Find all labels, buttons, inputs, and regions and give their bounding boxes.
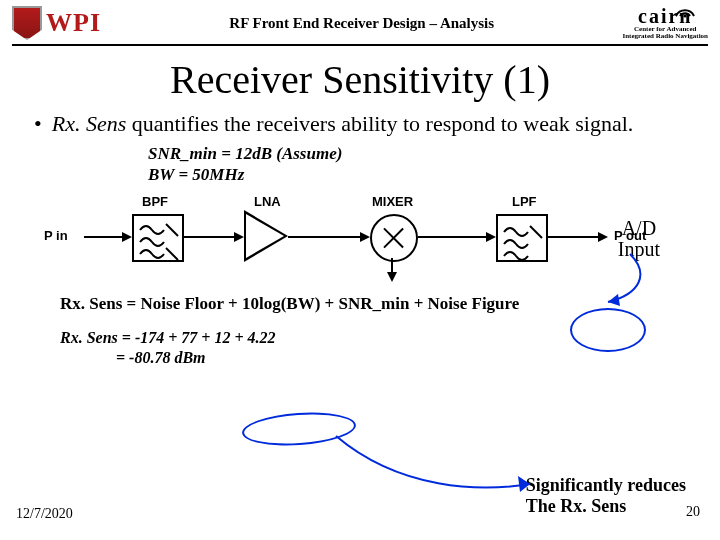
arrowhead-icon [387,272,397,282]
wpi-shield-icon [12,6,42,40]
lpf-block [496,214,548,262]
page-number: 20 [686,504,700,520]
bullet-rest: quantifies the receivers ability to resp… [126,111,633,136]
wpi-logo: WPI [12,6,101,40]
header-rule [12,44,708,46]
label-bpf: BPF [142,194,168,209]
bpf-block [132,214,184,262]
cairn-sub2: Integrated Radio Navigation [622,33,708,40]
assumptions: SNR_min = 12dB (Assume) BW = 50MHz [148,143,720,186]
bullet-emph: Rx. Sens [52,111,127,136]
wire [288,236,366,238]
sig-line2: The Rx. Sens [526,496,686,518]
label-lna: LNA [254,194,281,209]
assume-bw: BW = 50MHz [148,164,720,185]
bullet-1: • Rx. Sens quantifies the receivers abil… [34,111,686,137]
arrowhead-icon [598,232,608,242]
bullet-text: Rx. Sens quantifies the receivers abilit… [52,111,634,137]
body: • Rx. Sens quantifies the receivers abil… [0,111,720,137]
wpi-text: WPI [46,8,101,38]
svg-point-0 [683,14,686,17]
label-lpf: LPF [512,194,537,209]
bullet-dot-icon: • [34,111,42,137]
arrow-annotation-sig [330,430,540,500]
sig-line1: Significantly reduces [526,475,686,497]
arrowhead-icon [486,232,496,242]
significance-note: Significantly reduces The Rx. Sens [526,475,686,518]
footer-date: 12/7/2020 [16,506,73,522]
cairn-logo: cairn Center for Advanced Integrated Rad… [622,6,708,40]
receiver-chain-diagram: P in BPF LNA MIXER LPF P out [40,188,680,280]
arrowhead-icon [360,232,370,242]
assume-snr: SNR_min = 12dB (Assume) [148,143,720,164]
mixer-block [370,214,418,262]
slide-title: Receiver Sensitivity (1) [0,56,720,103]
svg-line-1 [166,224,178,236]
lna-block [244,210,288,262]
arrowhead-icon [122,232,132,242]
slide-header: WPI RF Front End Receiver Design – Analy… [0,0,720,40]
wire [418,236,492,238]
svg-marker-5 [518,476,530,492]
ellipse-annotation-pout [570,308,646,352]
svg-marker-4 [608,294,620,306]
label-pout: P out [614,228,646,243]
lpf-icon [498,216,546,260]
label-mixer: MIXER [372,194,413,209]
label-pin: P in [44,228,68,243]
calc-line2: = -80.78 dBm [60,348,720,369]
arrow-annotation-ad [590,250,660,312]
wire [182,236,240,238]
arrowhead-icon [234,232,244,242]
wire [546,236,604,238]
svg-line-3 [530,226,542,238]
wifi-icon [674,4,696,18]
bpf-icon [134,216,182,260]
header-title: RF Front End Receiver Design – Analysis [101,15,622,32]
svg-line-2 [166,248,178,260]
